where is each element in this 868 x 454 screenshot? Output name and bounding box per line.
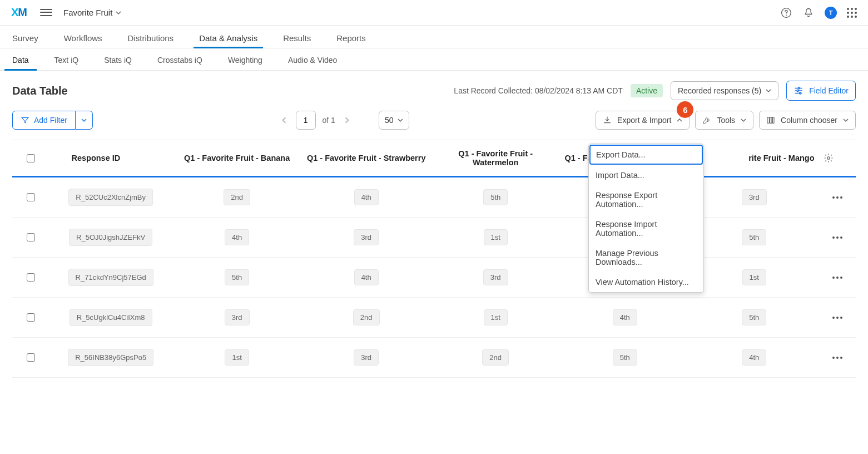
subtab-stats-iq[interactable]: Stats iQ — [104, 50, 132, 70]
col-q1-watermelon[interactable]: Q1 - Favorite Fruit - Watermelon — [431, 140, 561, 177]
col-q1-strawberry[interactable]: Q1 - Favorite Fruit - Strawberry — [301, 140, 431, 177]
tools-button[interactable]: Tools — [695, 111, 753, 130]
next-page-button[interactable] — [342, 115, 352, 125]
menu-view-automation-history[interactable]: View Automation History... — [589, 272, 703, 292]
menu-icon[interactable] — [40, 7, 52, 19]
subtab-audio-video[interactable]: Audio & Video — [288, 50, 337, 70]
select-all-header[interactable] — [12, 140, 49, 177]
last-record-text: Last Record Collected: 08/02/2024 8:13 A… — [454, 86, 623, 95]
checkbox[interactable] — [27, 353, 35, 362]
svg-point-1 — [786, 14, 787, 16]
topbar: XM Favorite Fruit T — [0, 0, 868, 26]
add-filter-split-button: Add Filter — [12, 111, 93, 130]
page-input[interactable] — [296, 111, 316, 130]
notifications-icon[interactable] — [802, 7, 815, 19]
rank-chip: 5th — [483, 189, 508, 205]
primary-nav: Survey Workflows Distributions Data & An… — [0, 26, 868, 48]
tab-distributions[interactable]: Distributions — [128, 28, 174, 48]
rank-chip: 1st — [225, 349, 249, 366]
rank-chip: 4th — [613, 309, 637, 325]
logo[interactable]: XM — [11, 6, 27, 19]
download-icon — [603, 116, 612, 125]
tab-data-analysis[interactable]: Data & Analysis — [199, 28, 257, 48]
rank-chip: 4th — [742, 349, 766, 366]
rank-chip: 4th — [354, 269, 379, 285]
menu-export-data[interactable]: Export Data... — [589, 145, 703, 165]
rank-chip: 1st — [484, 309, 508, 325]
row-actions-button[interactable] — [824, 196, 851, 199]
rank-chip: 2nd — [353, 309, 380, 325]
export-import-label: Export & Import — [617, 116, 671, 125]
field-editor-label: Field Editor — [809, 86, 849, 95]
col-q1-mango[interactable]: rite Fruit - Mango — [690, 140, 819, 177]
subtab-weighting[interactable]: Weighting — [228, 50, 262, 70]
pager: of 1 50 — [279, 111, 410, 130]
checkbox[interactable] — [27, 313, 35, 322]
subtab-text-iq[interactable]: Text iQ — [54, 50, 79, 70]
add-filter-dropdown[interactable] — [76, 111, 93, 130]
tab-reports[interactable]: Reports — [336, 28, 366, 48]
menu-response-import-automation[interactable]: Response Import Automation... — [589, 214, 703, 243]
export-import-button[interactable]: 6 Export & Import — [596, 111, 690, 130]
rank-chip: 4th — [225, 229, 249, 245]
recorded-responses-label: Recorded responses (5) — [678, 86, 761, 95]
content-header: Data Table Last Record Collected: 08/02/… — [0, 70, 868, 105]
rank-chip: 2nd — [482, 349, 509, 366]
header-right: Last Record Collected: 08/02/2024 8:13 A… — [454, 81, 856, 101]
row-actions-button[interactable] — [824, 277, 851, 279]
table-row[interactable]: R_5OJ0JigshJZEFkV4th3rd1st5th — [12, 218, 856, 258]
rank-chip: 1st — [742, 269, 766, 285]
checkbox[interactable] — [27, 273, 35, 282]
apps-icon[interactable] — [847, 8, 857, 18]
export-import-dropdown: Export Data... Import Data... Response E… — [588, 144, 704, 293]
table-row[interactable]: R_5cUgklCu4CiIXm83rd2nd1st4th5th — [12, 298, 856, 338]
tab-results[interactable]: Results — [283, 28, 311, 48]
checkbox[interactable] — [27, 193, 35, 201]
col-q1-banana[interactable]: Q1 - Favorite Fruit - Banana — [172, 140, 302, 177]
tab-workflows[interactable]: Workflows — [64, 28, 102, 48]
chevron-down-icon — [116, 10, 121, 16]
row-actions-button[interactable] — [824, 236, 851, 239]
table-settings-button[interactable] — [819, 140, 856, 177]
annotation-badge: 6 — [677, 101, 693, 118]
tools-label: Tools — [717, 116, 735, 125]
add-filter-button[interactable]: Add Filter — [12, 111, 76, 130]
chevron-down-icon — [81, 117, 87, 123]
toolbar: Add Filter of 1 50 6 Export & Import To — [0, 105, 868, 140]
menu-response-export-automation[interactable]: Response Export Automation... — [589, 185, 703, 214]
table-row[interactable]: R_56INB38y6GpsPo51st3rd2nd5th4th — [12, 338, 856, 378]
help-icon[interactable] — [780, 7, 792, 19]
checkbox[interactable] — [27, 154, 35, 162]
response-id-chip: R_5cUgklCu4CiIXm8 — [70, 309, 152, 326]
table-header-row: Response ID Q1 - Favorite Fruit - Banana… — [12, 140, 856, 177]
column-chooser-button[interactable]: Column chooser — [759, 111, 856, 130]
rank-chip: 3rd — [225, 309, 250, 325]
table-row[interactable]: R_52CUc2XlcnZjmBy2nd4th5th3rd — [12, 177, 856, 218]
checkbox[interactable] — [27, 233, 35, 241]
chevron-down-icon — [766, 88, 771, 93]
subtab-data[interactable]: Data — [12, 50, 29, 70]
subtab-crosstabs-iq[interactable]: Crosstabs iQ — [157, 50, 202, 70]
col-response-id[interactable]: Response ID — [49, 140, 172, 177]
field-editor-button[interactable]: Field Editor — [786, 81, 856, 101]
row-actions-button[interactable] — [824, 357, 851, 359]
project-selector[interactable]: Favorite Fruit — [63, 8, 121, 17]
response-id-chip: R_71ckdYn9Cj57EGd — [68, 269, 153, 286]
row-actions-button[interactable] — [824, 317, 851, 319]
data-table-wrap: Response ID Q1 - Favorite Fruit - Banana… — [0, 140, 868, 378]
rank-chip: 3rd — [483, 269, 508, 285]
recorded-responses-dropdown[interactable]: Recorded responses (5) — [671, 81, 778, 100]
tab-survey[interactable]: Survey — [12, 28, 38, 48]
table-row[interactable]: R_71ckdYn9Cj57EGd5th4th3rd2nd1st — [12, 258, 856, 298]
prev-page-button[interactable] — [279, 115, 289, 125]
page-size-dropdown[interactable]: 50 — [379, 111, 410, 130]
secondary-nav: Data Text iQ Stats iQ Crosstabs iQ Weigh… — [0, 48, 868, 70]
svg-rect-7 — [772, 117, 774, 124]
rank-chip: 5th — [613, 349, 637, 366]
svg-point-8 — [827, 157, 830, 160]
data-table: Response ID Q1 - Favorite Fruit - Banana… — [12, 140, 856, 378]
rank-chip: 3rd — [354, 229, 379, 245]
avatar[interactable]: T — [825, 7, 837, 19]
menu-manage-previous-downloads[interactable]: Manage Previous Downloads... — [589, 243, 703, 272]
menu-import-data[interactable]: Import Data... — [589, 165, 703, 185]
